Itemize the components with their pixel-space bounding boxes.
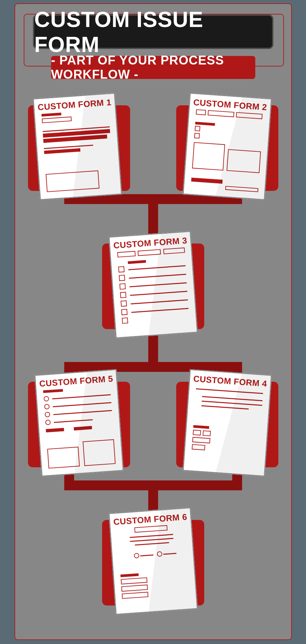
form-card: CUSTOM FORM 5 [34,369,124,477]
form-card: CUSTOM FORM 1 [33,93,122,200]
title-text: CUSTOM ISSUE FORM [34,7,272,57]
connector [64,362,242,372]
form-card: CUSTOM FORM 3 [108,231,198,339]
title-box: CUSTOM ISSUE FORM [33,14,273,49]
form-card: CUSTOM FORM 4 [182,369,272,477]
form-card: CUSTOM FORM 6 [108,507,198,615]
subtitle-box: - PART OF YOUR PROCESS WORKFLOW - [51,56,255,79]
form-card: CUSTOM FORM 2 [182,93,272,200]
subtitle-text: - PART OF YOUR PROCESS WORKFLOW - [51,53,255,82]
